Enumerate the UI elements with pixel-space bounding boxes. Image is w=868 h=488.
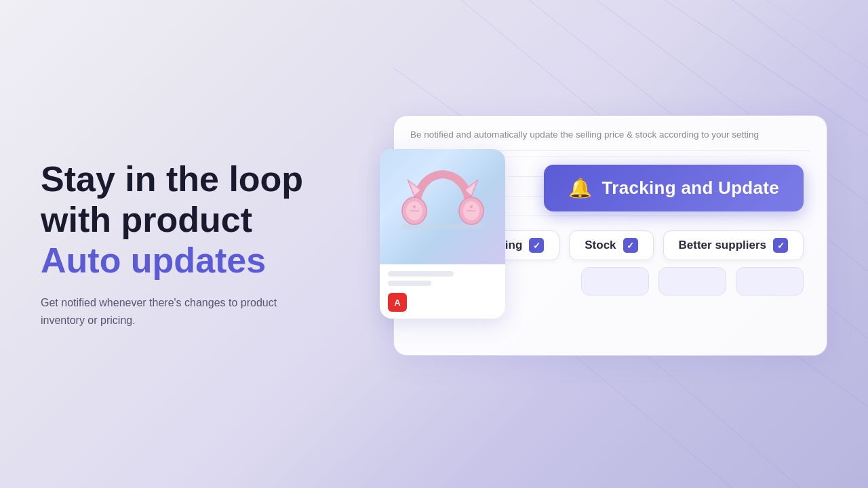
- svg-point-17: [470, 205, 473, 208]
- subtext: Get notified whenever there's changes to…: [41, 294, 298, 329]
- tracking-button-label: Tracking and Update: [602, 178, 779, 199]
- placeholder-pill-1: [581, 267, 649, 296]
- stock-check-icon: ✓: [623, 238, 638, 253]
- left-content-section: Stay in the loop with product Auto updat…: [41, 159, 303, 329]
- right-ui-mockup: Be notified and automatically update the…: [380, 115, 827, 373]
- product-title-line: [388, 271, 454, 277]
- stock-pill[interactable]: Stock ✓: [569, 230, 653, 260]
- headline: Stay in the loop with product Auto updat…: [41, 159, 303, 281]
- svg-point-16: [413, 205, 416, 208]
- card-description-text: Be notified and automatically update the…: [410, 129, 810, 151]
- svg-line-7: [732, 0, 868, 102]
- aliexpress-badge-icon: A: [388, 293, 407, 312]
- pricing-check-icon: ✓: [529, 238, 544, 253]
- svg-line-8: [766, 0, 868, 68]
- placeholder-pill-2: [658, 267, 726, 296]
- stock-label: Stock: [585, 239, 616, 252]
- placeholder-pill-3: [736, 267, 804, 296]
- headphones-illustration: [395, 159, 490, 254]
- product-card-details: A: [380, 264, 505, 319]
- better-suppliers-label: Better suppliers: [679, 239, 766, 252]
- product-image: [380, 149, 505, 264]
- headline-line2: with product: [41, 200, 252, 239]
- headline-line1: Stay in the loop: [41, 159, 303, 199]
- product-price-line: [388, 281, 431, 286]
- better-suppliers-check-icon: ✓: [773, 238, 788, 253]
- product-card-overlay: A: [380, 149, 505, 319]
- bell-icon: 🔔: [568, 177, 592, 199]
- headline-accent: Auto updates: [41, 240, 266, 279]
- tracking-and-update-button[interactable]: 🔔 Tracking and Update: [544, 165, 804, 211]
- better-suppliers-pill[interactable]: Better suppliers ✓: [663, 230, 804, 260]
